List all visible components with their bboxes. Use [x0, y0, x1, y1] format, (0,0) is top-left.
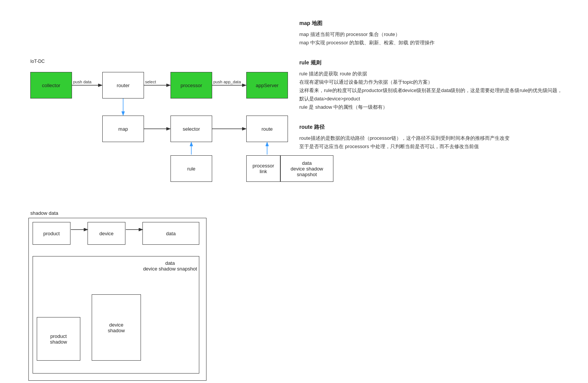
map-section: map 地图 map 描述当前可用的 processor 集合（route） m… — [299, 19, 565, 47]
iot-dc-label: IoT-DC — [30, 59, 45, 64]
device-box: device — [88, 222, 125, 245]
router-box: router — [102, 72, 144, 98]
route-title: route 路径 — [299, 123, 565, 132]
rule-desc3: 这样看来，rule的粒度可以是productor级别或者device级别甚至是d… — [299, 86, 565, 103]
rule-desc4: rule 是 shadow 中的属性（每一级都有） — [299, 103, 565, 111]
route-desc1: route描述的是数据的流动路径（processor链），这个路径不应到受到时间… — [299, 134, 565, 142]
svg-text:select: select — [145, 80, 156, 84]
data-snapshot-label: data device shadow snapshot — [143, 260, 197, 272]
processor-link-box: processor link — [246, 155, 280, 182]
processor-box: processor — [170, 72, 212, 98]
map-title: map 地图 — [299, 19, 565, 28]
text-panel: map 地图 map 描述当前可用的 processor 集合（route） m… — [299, 19, 565, 162]
route-section: route 路径 route描述的是数据的流动路径（processor链），这个… — [299, 123, 565, 151]
collector-box: collector — [30, 72, 72, 98]
top-diagram: IoT-DC collector router processor appSer… — [11, 66, 307, 195]
rule-desc1: rule 描述的是获取 route 的依据 — [299, 70, 565, 78]
map-desc1: map 描述当前可用的 processor 集合（route） — [299, 30, 565, 39]
map-desc2: map 中实现 processor 的加载、刷新、检索、卸载 的管理操作 — [299, 39, 565, 47]
route-desc2: 至于是否可达应当在 processors 中处理，只判断当前是否可以，而不去修改… — [299, 142, 565, 151]
product-shadow-box: product shadow — [37, 317, 80, 361]
product-box: product — [33, 222, 70, 245]
shadow-data-label: shadow data — [30, 210, 58, 216]
data-box: data — [142, 222, 199, 245]
map-box: map — [102, 116, 144, 142]
bottom-section: data device shadow snapshot product shad… — [33, 256, 199, 374]
appserver-box: appServer — [246, 72, 288, 98]
svg-text:push data: push data — [73, 80, 92, 84]
data-device-shadow-box: data device shadow snapshot — [280, 155, 333, 182]
rule-box: rule — [170, 155, 212, 182]
outer-border: product device data data device shadow s… — [28, 218, 206, 381]
rule-title: rule 规则 — [299, 58, 565, 67]
svg-text:push app_data: push app_data — [213, 80, 241, 84]
route-box: route — [246, 116, 288, 142]
rule-desc2: 在现有逻辑中可以通过设备能力作为依据（基于topic的方案） — [299, 78, 565, 86]
rule-section: rule 规则 rule 描述的是获取 route 的依据 在现有逻辑中可以通过… — [299, 58, 565, 111]
selector-box: selector — [170, 116, 212, 142]
bottom-diagram: shadow data product device data data dev… — [11, 210, 208, 369]
main-container: map 地图 map 描述当前可用的 processor 集合（route） m… — [0, 0, 588, 383]
device-shadow-box: device shadow — [92, 294, 141, 361]
